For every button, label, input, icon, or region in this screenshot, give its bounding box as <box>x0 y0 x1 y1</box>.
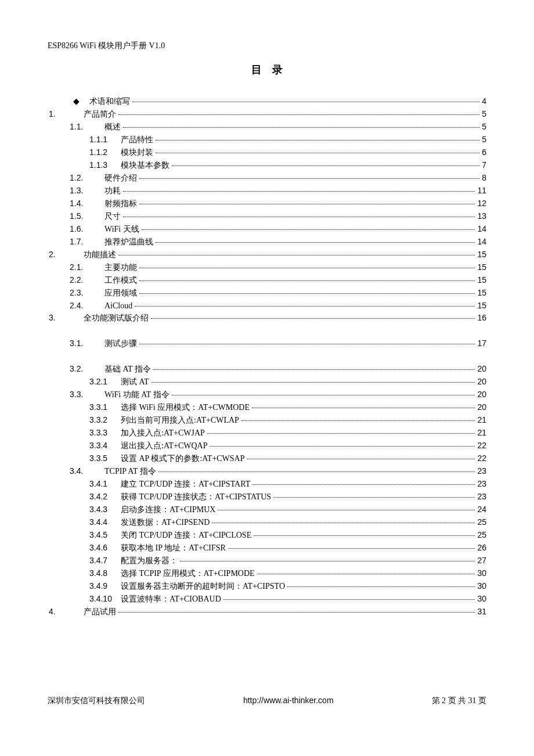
toc-leader <box>123 191 475 192</box>
toc-entry-page: 21 <box>476 415 486 424</box>
toc-entry-label: 术语和缩写 <box>89 96 131 107</box>
toc-leader <box>132 102 479 102</box>
toc-row: 3.4.10设置波特率：AT+CIOBAUD30 <box>49 594 486 604</box>
toc-leader <box>123 217 475 217</box>
toc-entry-marker: 2.4. <box>70 301 104 310</box>
toc-entry-label: 硬件介绍 <box>104 173 138 183</box>
toc-leader <box>123 127 479 128</box>
toc-entry-label: 产品特性 <box>121 135 154 145</box>
toc-entry-page: 14 <box>476 224 486 233</box>
toc-entry-page: 7 <box>481 160 486 170</box>
toc-entry-marker: 1.7. <box>70 237 104 246</box>
toc-entry-page: 15 <box>476 288 486 297</box>
toc-row: 2.2.工作模式15 <box>49 275 486 286</box>
toc-entry-page: 16 <box>476 313 486 322</box>
footer-pagination: 第 2 页 共 31 页 <box>432 696 487 706</box>
toc-entry-label: 射频指标 <box>104 199 138 209</box>
document-header: ESP8266 WiFi 模块用户手册 V1.0 <box>48 41 486 51</box>
toc-leader <box>247 459 475 459</box>
toc-entry-label: 设置 AP 模式下的参数:AT+CWSAP <box>121 453 246 464</box>
toc-entry-marker: 3.3.2 <box>89 415 121 424</box>
toc-entry-page: 14 <box>476 237 486 246</box>
toc-row: 3.1.测试步骤17 <box>49 339 486 349</box>
toc-entry-page: 26 <box>476 543 486 552</box>
toc-entry-label: TCPIP AT 指令 <box>104 466 157 477</box>
toc-leader <box>228 548 475 549</box>
toc-entry-marker: 1. <box>49 109 84 118</box>
toc-entry-page: 23 <box>476 479 486 488</box>
toc-row: 2.4.AiCloud15 <box>49 301 486 311</box>
toc-entry-marker: 1.3. <box>70 186 104 195</box>
toc-row: 2.3.应用领域15 <box>49 288 486 298</box>
toc-entry-page: 4 <box>481 96 486 106</box>
toc-entry-page: 15 <box>476 301 486 310</box>
toc-entry-label: 发送数据：AT+CIPSEND <box>121 517 211 528</box>
toc-row: 1.4.射频指标12 <box>49 199 486 209</box>
toc-entry-page: 20 <box>476 390 486 399</box>
toc-row: 3.4.TCPIP AT 指令23 <box>49 466 486 477</box>
toc-leader <box>139 268 475 268</box>
toc-row: 3.4.4发送数据：AT+CIPSEND25 <box>49 517 486 528</box>
toc-leader <box>142 229 475 230</box>
toc-entry-label: 选择 TCPIP 应用模式：AT+CIPMODE <box>121 568 256 579</box>
toc-entry-page: 12 <box>476 199 486 208</box>
toc-entry-marker: 2.2. <box>70 275 104 285</box>
toc-entry-label: 产品试用 <box>84 607 117 617</box>
toc-entry-page: 22 <box>476 441 486 450</box>
toc-entry-label: 获得 TCP/UDP 连接状态：AT+CIPSTATUS <box>121 492 272 502</box>
toc-row: 2.1.主要功能15 <box>49 262 486 273</box>
toc-row: 3.4.8选择 TCPIP 应用模式：AT+CIPMODE30 <box>49 568 486 579</box>
toc-leader <box>156 242 475 243</box>
toc-leader <box>153 369 475 370</box>
toc-entry-label: 选择 WiFi 应用模式：AT+CWMODE <box>121 402 251 413</box>
toc-row: 1.2.硬件介绍8 <box>49 173 486 183</box>
page-footer: 深圳市安信可科技有限公司 http://www.ai-thinker.com 第… <box>48 696 486 706</box>
toc-bullet-row: ◆ 术语和缩写 4 <box>49 96 486 107</box>
toc-entry-label: 设置波特率：AT+CIOBAUD <box>121 594 222 604</box>
toc-entry-marker: 3.4.6 <box>89 543 121 552</box>
toc-entry-page: 27 <box>476 556 486 565</box>
toc-row: 1.产品简介5 <box>49 109 486 120</box>
toc-row: 1.3.功耗11 <box>49 186 486 196</box>
toc-leader <box>223 599 475 600</box>
toc-entry-marker: 1.1.1 <box>89 135 121 144</box>
toc-entry-page: 20 <box>476 364 486 373</box>
toc-entry-label: 退出接入点:AT+CWQAP <box>121 441 208 451</box>
toc-entry-page: 25 <box>476 517 486 527</box>
toc-row: 1.5.尺寸13 <box>49 211 486 222</box>
footer-company: 深圳市安信可科技有限公司 <box>48 696 145 706</box>
toc-row: 3.4.3启动多连接：AT+CIPMUX24 <box>49 505 486 515</box>
toc-entry-label: 功耗 <box>104 186 122 196</box>
toc-entry-page: 11 <box>476 186 486 195</box>
toc-entry-marker: 3.4.9 <box>89 581 121 591</box>
toc-row: 3.4.9设置服务器主动断开的超时时间：AT+CIPSTO30 <box>49 581 486 592</box>
table-of-contents: ◆ 术语和缩写 4 1.产品简介51.1.概述51.1.1产品特性51.1.2模… <box>48 96 486 617</box>
toc-entry-page: 25 <box>476 530 486 539</box>
toc-entry-label: WiFi 功能 AT 指令 <box>104 390 171 400</box>
toc-entry-label: 建立 TCP/UDP 连接：AT+CIPSTART <box>121 479 251 489</box>
page-title: 目录 <box>48 63 486 77</box>
toc-entry-marker: 3. <box>49 313 84 322</box>
toc-row: 3.3.4退出接入点:AT+CWQAP22 <box>49 441 486 451</box>
toc-leader <box>139 293 475 294</box>
toc-entry-page: 20 <box>476 402 486 412</box>
toc-leader <box>212 523 475 523</box>
toc-entry-marker: 1.2. <box>70 173 104 182</box>
footer-url: http://www.ai-thinker.com <box>243 696 334 706</box>
toc-entry-marker: 3.3.3 <box>89 428 121 437</box>
toc-entry-marker: 1.6. <box>70 224 104 233</box>
toc-leader <box>158 471 475 472</box>
toc-entry-marker: 3.1. <box>70 339 104 348</box>
toc-entry-label: 设置服务器主动断开的超时时间：AT+CIPSTO <box>121 581 286 592</box>
toc-entry-marker: 3.4.4 <box>89 517 121 527</box>
toc-row: 3.4.1建立 TCP/UDP 连接：AT+CIPSTART23 <box>49 479 486 489</box>
toc-entry-label: 启动多连接：AT+CIPMUX <box>121 505 217 515</box>
toc-leader <box>156 140 479 141</box>
toc-entry-marker: 3.4.5 <box>89 530 121 539</box>
toc-entry-label: 加入接入点:AT+CWJAP <box>121 428 206 438</box>
toc-leader <box>139 344 475 344</box>
toc-row: 1.1.1产品特性5 <box>49 135 486 145</box>
toc-row: 3.3.WiFi 功能 AT 指令20 <box>49 390 486 400</box>
toc-entry-marker: 3.3.4 <box>89 441 121 450</box>
toc-entry-page: 5 <box>481 109 486 118</box>
